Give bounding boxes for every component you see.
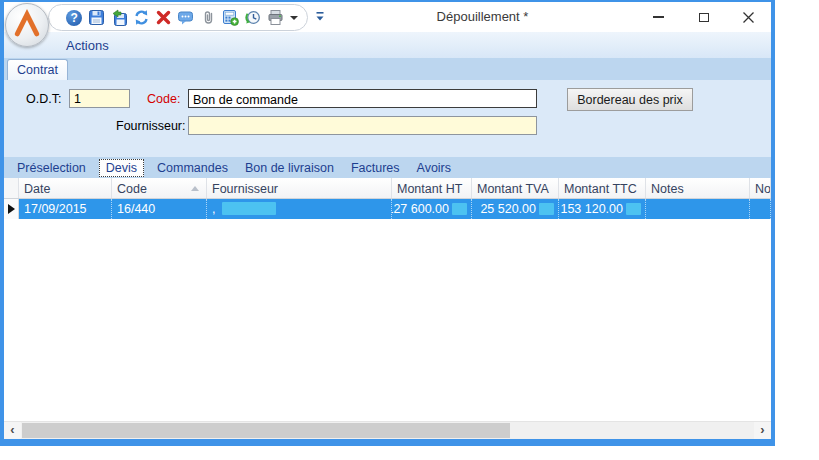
code-input[interactable]: Bon de commande <box>188 89 537 108</box>
cell-fournisseur-text: , <box>212 202 215 216</box>
comment-button[interactable] <box>177 6 195 29</box>
cell-montant-ht: 127 600.00 <box>392 199 472 219</box>
contrat-tabstrip: Contrat <box>4 58 771 80</box>
column-header-montant-ht[interactable]: Montant HT <box>392 178 472 198</box>
tab-contrat[interactable]: Contrat <box>7 59 68 80</box>
save-as-icon <box>110 9 127 26</box>
menubar: Actions <box>4 32 771 58</box>
column-header-fournisseur[interactable]: Fournisseur <box>207 178 392 198</box>
tab-devis[interactable]: Devis <box>99 159 144 177</box>
cell-fournisseur: , <box>207 199 392 219</box>
maximize-icon <box>699 13 709 22</box>
toolbar-overflow-button[interactable] <box>313 9 327 25</box>
code-label: Code: <box>147 92 180 106</box>
scroll-right-icon: › <box>760 422 764 437</box>
odt-value: 1 <box>74 92 81 106</box>
save-icon <box>88 9 105 26</box>
grid-header-row: Date Code Fournisseur Montant HT Montant… <box>4 178 771 199</box>
code-value: Bon de commande <box>193 93 298 107</box>
tab-preselection[interactable]: Préselection <box>13 160 90 176</box>
fournisseur-label: Fournisseur: <box>116 119 185 133</box>
history-button[interactable] <box>244 6 262 29</box>
print-dropdown-button[interactable] <box>288 6 299 29</box>
cell-montant-tva: 25 520.00 <box>472 199 559 219</box>
fournisseur-input[interactable] <box>188 116 537 135</box>
printer-icon <box>267 9 284 26</box>
app-logo-button[interactable] <box>5 3 49 47</box>
close-button[interactable] <box>726 2 771 32</box>
column-header-notes[interactable]: Notes <box>646 178 750 198</box>
paperclip-icon <box>200 9 217 26</box>
delete-icon <box>155 9 172 26</box>
calculator-add-icon <box>222 9 239 26</box>
redacted-text <box>626 203 641 215</box>
cell-date: 17/09/2015 <box>19 199 112 219</box>
delete-button[interactable] <box>154 6 172 29</box>
help-button[interactable]: ? <box>65 6 83 29</box>
redacted-text <box>539 203 554 215</box>
sort-asc-icon <box>191 186 199 191</box>
contrat-form-panel: O.D.T: 1 Code: Bon de commande Bordereau… <box>4 80 771 157</box>
app-logo-icon <box>10 8 44 42</box>
toolbar-overflow-icon <box>313 9 327 25</box>
bordereau-des-prix-button[interactable]: Bordereau des prix <box>567 88 693 111</box>
print-button[interactable] <box>266 6 284 29</box>
odt-label: O.D.T: <box>26 92 61 106</box>
attachment-button[interactable] <box>199 6 217 29</box>
app-window: ? <box>0 0 775 446</box>
column-header-code-label: Code <box>117 182 147 196</box>
tab-commandes[interactable]: Commandes <box>153 160 232 176</box>
cell-notes2 <box>750 199 771 219</box>
cell-montant-tva-text: 25 520.00 <box>480 202 536 216</box>
cell-montant-ttc: 153 120.00 <box>559 199 646 219</box>
column-header-montant-ttc[interactable]: Montant TTC <box>559 178 646 198</box>
current-row-marker-icon <box>8 204 15 214</box>
chevron-down-icon <box>290 16 298 20</box>
tab-bon-de-livraison[interactable]: Bon de livraison <box>241 160 338 176</box>
grid-corner-cell <box>4 178 19 198</box>
cell-montant-ttc-text: 153 120.00 <box>560 202 623 216</box>
window-controls <box>636 2 771 32</box>
grid-empty-area <box>4 219 771 421</box>
horizontal-scrollbar[interactable]: ‹ › <box>4 421 771 439</box>
detail-tabstrip: Préselection Devis Commandes Bon de livr… <box>4 157 771 178</box>
save-as-button[interactable] <box>110 6 128 29</box>
refresh-icon <box>133 9 150 26</box>
scroll-left-icon: ‹ <box>10 422 14 437</box>
quick-access-toolbar: ? <box>48 4 308 31</box>
comment-icon <box>177 9 194 26</box>
minimize-icon <box>653 16 664 18</box>
cell-montant-ht-text: 127 600.00 <box>392 202 449 216</box>
scroll-left-button[interactable]: ‹ <box>4 422 21 439</box>
redacted-text <box>452 203 467 215</box>
history-clock-icon <box>244 9 261 26</box>
row-marker-cell <box>4 199 19 219</box>
column-header-montant-tva[interactable]: Montant TVA <box>472 178 559 198</box>
maximize-button[interactable] <box>681 2 726 32</box>
menu-actions[interactable]: Actions <box>58 36 117 55</box>
odt-input[interactable]: 1 <box>69 89 130 108</box>
help-icon: ? <box>66 10 82 26</box>
tab-avoirs[interactable]: Avoirs <box>413 160 456 176</box>
column-header-code[interactable]: Code <box>112 178 207 198</box>
window-title: Dépouillement * <box>334 2 631 32</box>
redacted-text <box>222 202 276 215</box>
tab-factures[interactable]: Factures <box>347 160 404 176</box>
column-header-notes2[interactable]: Not <box>750 178 771 198</box>
calculator-add-button[interactable] <box>221 6 239 29</box>
minimize-button[interactable] <box>636 2 681 32</box>
scrollbar-track[interactable] <box>21 422 754 439</box>
close-icon <box>742 11 755 24</box>
refresh-button[interactable] <box>132 6 150 29</box>
scrollbar-thumb[interactable] <box>22 423 510 438</box>
cell-notes <box>646 199 750 219</box>
grid-row-selected[interactable]: 17/09/2015 16/440 , 127 600.00 25 520.00… <box>4 199 771 219</box>
save-button[interactable] <box>87 6 105 29</box>
column-header-date[interactable]: Date <box>19 178 112 198</box>
devis-grid: Date Code Fournisseur Montant HT Montant… <box>4 178 771 439</box>
cell-code: 16/440 <box>112 199 207 219</box>
titlebar: ? <box>4 2 771 32</box>
scroll-right-button[interactable]: › <box>754 422 771 439</box>
